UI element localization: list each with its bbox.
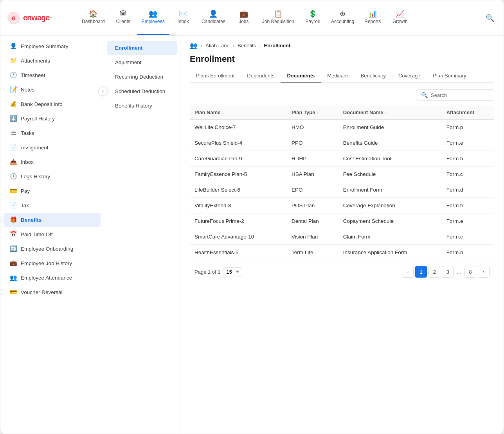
tab-coverage[interactable]: Coverage (392, 70, 427, 82)
th-plan-type[interactable]: Plan Type↓ (287, 106, 338, 120)
table-row: SecurePlus Shield-4PPOBenefits GuideForm… (190, 135, 494, 151)
tab-plans-enrollment[interactable]: Plans Enrollment (190, 70, 241, 82)
cell-attachment-8: Form.n (442, 245, 494, 260)
cell-plan-name-6: FutureFocus Prime-2 (190, 213, 287, 229)
breadcrumb-employee-name[interactable]: Aliah Lane (205, 43, 229, 48)
cell-attachment-0: Form.p (442, 120, 494, 135)
sidebar-item-voucher-reversal[interactable]: 💳Voucher Reversal (4, 285, 101, 299)
nav-item-jobs[interactable]: 💼Jobs (230, 0, 257, 35)
logo[interactable]: e enwage™ (7, 11, 69, 25)
sidebar-item-paid-time-off[interactable]: 📅Paid Time Off (4, 227, 101, 241)
benefits-label: Benefits (21, 217, 41, 223)
page-size-dropdown[interactable]: 10152550 (223, 267, 242, 276)
sidebar-item-logs-history[interactable]: 🕐Logs History (4, 169, 101, 183)
sub-sidebar-item-adjustment[interactable]: Adjustment (107, 56, 177, 69)
sidebar-item-assignment[interactable]: 📄Assignment (4, 140, 101, 154)
breadcrumb: 👥 › Aliah Lane › Benefits › Enrollment (190, 42, 494, 49)
sidebar-item-pay[interactable]: 💳Pay (4, 184, 101, 198)
sidebar-item-bank-deposit-info[interactable]: 💰Bank Deposit Info (4, 97, 101, 111)
inbox-label: Inbox (21, 159, 34, 165)
pagination-prev-button[interactable]: ‹ (402, 266, 414, 278)
table-toolbar: 🔍 (190, 89, 494, 101)
sub-sidebar-item-scheduled-deduction[interactable]: Scheduled Deduction (107, 84, 177, 98)
cell-document-name-1: Benefits Guide (338, 135, 442, 151)
cell-plan-type-0: HMO (287, 120, 338, 135)
nav-item-accounting[interactable]: ⊕Accounting (326, 0, 359, 35)
cell-plan-name-7: SmartCare Advantage-10 (190, 229, 287, 245)
sidebar-item-inbox[interactable]: 📥Inbox (4, 155, 101, 169)
nav-item-candidates[interactable]: 👤Candidates (197, 0, 230, 35)
sidebar-item-payroll-history[interactable]: ⬇️Payroll History (4, 111, 101, 126)
sidebar-item-employee-onboarding[interactable]: 🔄Employee Onboarding (4, 242, 101, 256)
table-row: VitalityExtend-8POS PlanCoverage Explana… (190, 198, 494, 213)
table-header-row: Plan Name↓Plan Type↓Document Name↓Attach… (190, 106, 494, 120)
nav-item-inbox[interactable]: ✉️Inbox (169, 0, 197, 35)
pagination-page-3[interactable]: 3 (442, 266, 454, 278)
payroll-nav-icon: 💲 (308, 10, 317, 17)
cell-plan-name-0: WellLife Choice-7 (190, 120, 287, 135)
nav-item-clients[interactable]: 🏛Clients (110, 0, 137, 35)
pagination-page-8[interactable]: 8 (464, 266, 476, 278)
table-row: FutureFocus Prime-2Dental PlanCopayment … (190, 213, 494, 229)
search-input[interactable] (431, 92, 489, 98)
pay-icon: 💳 (10, 187, 17, 194)
nav-item-reports[interactable]: 📊Reports (359, 0, 386, 35)
paid-time-off-label: Paid Time Off (21, 231, 53, 237)
reports-nav-label: Reports (364, 19, 381, 24)
cell-plan-type-5: POS Plan (287, 198, 338, 213)
sub-sidebar-item-recurring-deduction[interactable]: Recurring Deduction (107, 70, 177, 84)
sidebar-item-tasks[interactable]: ☰Tasks (4, 126, 101, 140)
logs-history-label: Logs History (21, 174, 50, 179)
inbox-nav-label: Inbox (177, 19, 189, 24)
top-nav: e enwage™ 🏠Dashboard🏛Clients👥Employees✉️… (0, 0, 504, 36)
candidates-nav-icon: 👤 (209, 10, 218, 17)
tab-beneficiary[interactable]: Beneficiary (355, 70, 392, 82)
notes-label: Notes (21, 87, 34, 93)
breadcrumb-employees-icon: 👥 (190, 42, 198, 49)
sidebar-item-employee-job-history[interactable]: 💼Employee Job History (4, 256, 101, 270)
sidebar-item-attachments[interactable]: 📁Attachments (4, 54, 101, 68)
growth-nav-icon: 📈 (396, 10, 404, 17)
tab-documents[interactable]: Documents (281, 70, 321, 82)
sidebar-item-benefits[interactable]: 🎁Benefits (4, 213, 101, 227)
sidebar-item-notes[interactable]: 📝Notes (4, 82, 101, 97)
th-document-name[interactable]: Document Name↓ (338, 106, 442, 120)
table-row: HealthEssentials-5Term LifeInsurance App… (190, 245, 494, 260)
sidebar-item-employee-summary[interactable]: 👤Employee Summary (4, 39, 101, 53)
cell-attachment-6: Form.e (442, 213, 494, 229)
pagination-page-1[interactable]: 1 (415, 266, 427, 278)
th-attachment: Attachment (442, 106, 494, 120)
job-req-nav-icon: 📋 (274, 10, 283, 17)
table-row: CareGuardian Pro-9HDHPCost Estimation To… (190, 151, 494, 167)
pagination-page-2[interactable]: 2 (428, 266, 440, 278)
sidebar-item-timesheet[interactable]: 🕐Timesheet (4, 68, 101, 82)
cell-plan-name-4: LifeBuilder Select-6 (190, 182, 287, 198)
bank-deposit-info-label: Bank Deposit Info (21, 101, 63, 107)
sidebar-item-employee-attendance[interactable]: 👥Employee Attendance (4, 271, 101, 285)
global-search-button[interactable]: 🔍 (482, 11, 497, 25)
breadcrumb-section[interactable]: Benefits (238, 43, 256, 48)
cell-plan-type-7: Vision Plan (287, 229, 338, 245)
inbox-nav-icon: ✉️ (179, 10, 187, 17)
employee-attendance-label: Employee Attendance (21, 275, 72, 281)
sidebar-item-tax[interactable]: 📄Tax (4, 198, 101, 212)
tab-plan-summary[interactable]: Plan Summary (427, 70, 472, 82)
pagination-next-button[interactable]: › (478, 266, 490, 278)
cell-plan-type-8: Term Life (287, 245, 338, 260)
th-plan-name[interactable]: Plan Name↓ (190, 106, 287, 120)
cell-document-name-0: Enrollment Guide (338, 120, 442, 135)
nav-item-payroll[interactable]: 💲Payroll (299, 0, 326, 35)
nav-item-growth[interactable]: 📈Growth (386, 0, 414, 35)
candidates-nav-label: Candidates (202, 19, 225, 24)
sub-sidebar-item-enrollment[interactable]: Enrollment (107, 41, 177, 55)
sidebar-collapse-button[interactable]: ‹ (98, 86, 108, 96)
table-search-box[interactable]: 🔍 (416, 89, 494, 101)
dashboard-nav-label: Dashboard (82, 19, 105, 24)
tab-medicare[interactable]: Medicare (321, 70, 354, 82)
nav-item-job-req[interactable]: 📋Job Requisition (257, 0, 299, 35)
nav-item-employees[interactable]: 👥Employees (137, 0, 169, 35)
nav-item-dashboard[interactable]: 🏠Dashboard (77, 0, 110, 35)
cell-document-name-7: Claim Form (338, 229, 442, 245)
tab-dependents[interactable]: Dependents (241, 70, 281, 82)
sub-sidebar-item-benefits-history[interactable]: Benefits History (107, 99, 177, 113)
